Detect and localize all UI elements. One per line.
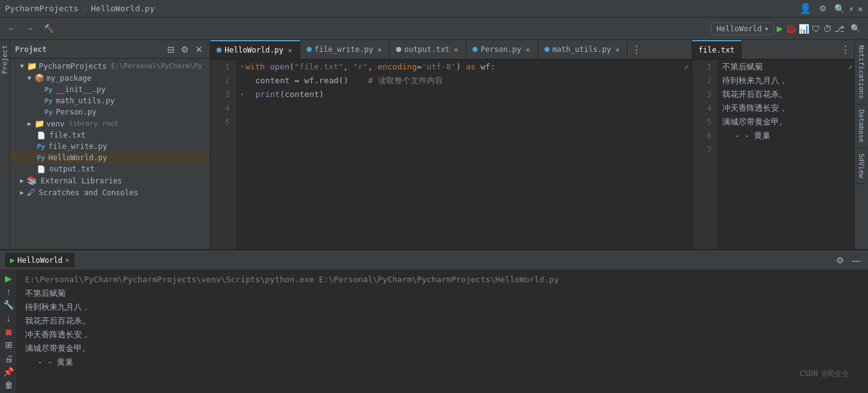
line-num-5: 5	[215, 115, 230, 129]
right-text-line-4: 冲天香阵透长安，	[722, 101, 844, 115]
search-icon[interactable]: 🔍	[834, 4, 845, 14]
right-line-3: 3	[697, 88, 712, 101]
more-run-options[interactable]: ⏱	[823, 24, 832, 34]
database-tab[interactable]: Database	[856, 105, 867, 148]
back-btn[interactable]: ←	[4, 22, 19, 35]
py-icon-hello: Py	[37, 154, 45, 162]
debug-button[interactable]: 🐞	[785, 24, 796, 34]
title-project: PycharmProjects	[5, 4, 78, 13]
gutter-checks: ✓	[685, 60, 689, 74]
right-side-tabs: Notifications Database SdView	[854, 40, 868, 249]
project-tab[interactable]: Project	[0, 40, 10, 79]
ext-libs-icon: 📚	[27, 176, 37, 185]
close-panel-btn[interactable]: ✕	[193, 44, 205, 55]
fold-indicator-1: ▾	[240, 60, 244, 74]
tree-output-txt[interactable]: 📄 output.txt	[10, 163, 210, 175]
tab-output-close[interactable]: ✕	[452, 46, 459, 54]
search-everywhere-btn[interactable]: 🔍	[847, 22, 864, 35]
tab-output-label: output.txt	[404, 45, 449, 54]
tab-file-txt-right[interactable]: file.txt	[692, 40, 742, 59]
venv-chevron: ▶	[28, 120, 31, 127]
tab-math-utils[interactable]: math_utils.py ✕	[538, 40, 628, 59]
tree-root[interactable]: ▼ 📁 PycharmProjects E:\Personal\PyCharm\…	[10, 60, 210, 72]
scratches-chevron: ▶	[20, 189, 24, 196]
right-line-2: 2	[697, 74, 712, 88]
right-tab-more[interactable]: ⋮	[837, 44, 854, 56]
tab-py-dot-write	[307, 47, 312, 52]
tab-helloworld-close[interactable]: ✕	[287, 46, 294, 54]
fold-indicator-3: ▾	[240, 88, 244, 101]
tree-venv[interactable]: ▶ 📁 venv library root	[10, 118, 210, 130]
tab-file-write[interactable]: file_write.py ✕	[300, 40, 391, 59]
profile-button[interactable]: 📊	[799, 24, 809, 34]
main-layout: Project Project ⊟ ⚙ ✕ ▼ 📁 PycharmProject…	[0, 40, 868, 249]
venv-note: library root	[69, 120, 118, 128]
settings-btn[interactable]: ⚙	[815, 2, 830, 15]
toolbar: ← → 🔨 HelloWorld ▾ ▶ 🐞 📊 🛡 ⏱ ⎇ 🔍	[0, 18, 868, 40]
right-line-7: 7	[697, 143, 712, 156]
tree-my-package[interactable]: ▼ 📦 my_package	[10, 72, 210, 84]
project-panel-title: Project	[15, 45, 47, 54]
tab-person-label: Person.py	[481, 45, 521, 54]
pkg-label: my_package	[46, 74, 91, 83]
tree-person-py[interactable]: Py Person.py	[10, 106, 210, 118]
tab-more-btn[interactable]: ⋮	[628, 44, 645, 56]
coverage-button[interactable]: 🛡	[812, 24, 820, 34]
run-config-selector[interactable]: HelloWorld ▾	[711, 23, 774, 35]
root-folder-icon: 📁	[27, 61, 37, 71]
tree-helloworld[interactable]: Py HelloWorld.py	[10, 152, 210, 163]
tab-file-write-close[interactable]: ✕	[376, 46, 383, 54]
user-icon[interactable]: 👤	[799, 3, 812, 14]
build-btn[interactable]: 🔨	[40, 22, 58, 35]
py-icon-write: Py	[37, 143, 45, 151]
tree-file-write[interactable]: Py file_write.py	[10, 141, 210, 152]
right-content: 1 2 3 4 5 6 7 不第后赋菊 待到秋来九月八， 我花开后百花杀。 冲天…	[692, 60, 854, 249]
run-button[interactable]: ▶	[777, 23, 783, 34]
project-tree: ▼ 📁 PycharmProjects E:\Personal\PyCharm\…	[10, 59, 210, 249]
scratches-label: Scratches and Consoles	[39, 188, 138, 197]
line-num-4: 4	[215, 101, 230, 115]
tab-math-close[interactable]: ✕	[615, 46, 621, 54]
right-check-1: ✓	[849, 60, 853, 74]
right-line-1: 1	[697, 60, 712, 74]
right-line-4: 4	[697, 101, 712, 115]
tree-init-py[interactable]: Py __init__.py	[10, 84, 210, 95]
ext-libs-label: External Libraries	[41, 176, 122, 185]
person-label: Person.py	[56, 108, 96, 116]
tab-output-txt[interactable]: output.txt ✕	[390, 40, 466, 59]
sdview-tab[interactable]: SdView	[856, 148, 867, 184]
tree-scratches[interactable]: ▶ 🖊 Scratches and Consoles	[10, 186, 210, 198]
collapse-all-btn[interactable]: ⊟	[165, 44, 176, 55]
notifications-tab[interactable]: Notifications	[856, 40, 867, 105]
tree-file-txt[interactable]: 📄 file.txt	[10, 130, 210, 141]
right-gutter: 1 2 3 4 5 6 7	[692, 60, 717, 249]
tab-person-py[interactable]: Person.py ✕	[466, 40, 538, 59]
forward-btn[interactable]: →	[22, 22, 38, 35]
tab-helloworld[interactable]: HelloWorld.py ✕	[210, 40, 300, 59]
right-text-line-2: 待到秋来九月八，	[722, 74, 844, 88]
file-txt-label: file.txt	[49, 131, 86, 140]
git-icon[interactable]: ⎇	[834, 24, 844, 34]
line-num-3: 3	[215, 88, 230, 101]
lightning-icon[interactable]: ⚡	[849, 4, 854, 14]
settings-panel-btn[interactable]: ⚙	[179, 44, 191, 55]
math-utils-label: math_utils.py	[56, 96, 115, 105]
tab-helloworld-label: HelloWorld.py	[225, 46, 283, 54]
tab-txt-dot-output	[396, 47, 401, 52]
code-editor[interactable]: 1 2 3 4 5 ▾with open("file.txt", "r", en…	[210, 60, 692, 249]
title-sep: >	[82, 4, 87, 13]
right-text-line-7	[722, 143, 844, 156]
right-text-line-6: - - 黄巢	[722, 129, 844, 143]
close-icon[interactable]: ✕	[858, 4, 863, 14]
tree-ext-libs[interactable]: ▶ 📚 External Libraries	[10, 175, 210, 186]
tab-person-close[interactable]: ✕	[524, 46, 531, 54]
code-line-2: content = wf.read() # 读取整个文件内容	[240, 74, 687, 88]
init-label: __init__.py	[56, 85, 105, 94]
tree-math-utils[interactable]: Py math_utils.py	[10, 95, 210, 106]
pkg-folder-icon: 📦	[34, 73, 44, 83]
right-text-line-3: 我花开后百花杀。	[722, 88, 844, 101]
py-icon-person: Py	[44, 108, 53, 116]
code-body[interactable]: ▾with open("file.txt", "r", encoding='ut…	[235, 60, 692, 249]
scratches-icon: 🖊	[27, 188, 35, 197]
right-line-5: 5	[697, 115, 712, 129]
